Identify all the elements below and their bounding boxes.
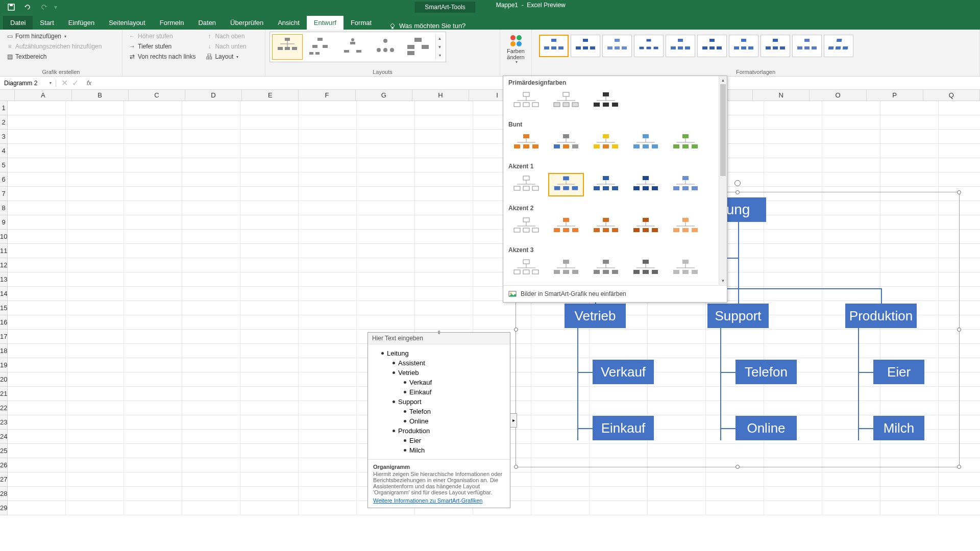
color-option[interactable]: [548, 257, 584, 280]
smartart-info-link[interactable]: Weitere Informationen zu SmartArt-Grafik…: [373, 497, 482, 504]
color-option[interactable]: [508, 257, 544, 280]
layout-button[interactable]: 品Layout▾: [204, 52, 248, 61]
org-node-support[interactable]: Support: [707, 304, 769, 328]
aufzaehlung-button[interactable]: ≡Aufzählungszeichen hinzufügen: [4, 42, 104, 51]
row-header[interactable]: 14: [0, 287, 8, 301]
rtl-button[interactable]: ⇄Von rechts nach links: [127, 52, 198, 61]
row-header[interactable]: 22: [0, 401, 8, 415]
row-header[interactable]: 4: [0, 144, 8, 158]
style-option[interactable]: [761, 35, 790, 57]
tab-einfuegen[interactable]: Einfügen: [61, 16, 102, 30]
column-header[interactable]: B: [72, 90, 129, 101]
tab-format[interactable]: Format: [344, 16, 379, 30]
recolor-pictures-button[interactable]: Bilder in SmartArt-Grafik neu einfärben: [503, 285, 727, 302]
resize-handle[interactable]: [514, 328, 518, 332]
resize-handle-icon[interactable]: ⇕: [437, 330, 441, 335]
color-option[interactable]: [628, 131, 664, 155]
tab-daten[interactable]: Daten: [191, 16, 223, 30]
farben-aendern-button[interactable]: Farben ändern ▾: [504, 32, 527, 67]
row-header[interactable]: 27: [0, 472, 8, 487]
column-header[interactable]: G: [356, 90, 412, 101]
column-header[interactable]: F: [299, 90, 355, 101]
row-header[interactable]: 9: [0, 215, 8, 230]
column-header[interactable]: H: [412, 90, 469, 101]
style-option[interactable]: [792, 35, 822, 57]
org-node-verkauf[interactable]: Verkauf: [593, 360, 654, 384]
row-header[interactable]: 29: [0, 501, 8, 515]
text-pane-item[interactable]: Milch: [374, 445, 504, 455]
text-pane-item[interactable]: Verkauf: [374, 378, 504, 387]
color-option[interactable]: [668, 173, 703, 196]
style-option[interactable]: [634, 35, 664, 57]
style-option[interactable]: [539, 35, 569, 57]
select-all-corner[interactable]: [0, 90, 15, 101]
text-pane-item[interactable]: Eier: [374, 436, 504, 445]
org-node-eier[interactable]: Eier: [873, 360, 924, 384]
row-header[interactable]: 23: [0, 415, 8, 430]
color-option[interactable]: [588, 215, 624, 238]
tab-datei[interactable]: Datei: [3, 16, 33, 30]
resize-handle[interactable]: [957, 190, 961, 194]
save-icon[interactable]: [5, 1, 17, 13]
row-header[interactable]: 2: [0, 115, 8, 130]
text-pane-item[interactable]: Vetrieb: [374, 368, 504, 378]
row-header[interactable]: 3: [0, 130, 8, 144]
row-header[interactable]: 19: [0, 358, 8, 372]
column-header[interactable]: N: [753, 90, 810, 101]
text-pane-item[interactable]: Online: [374, 416, 504, 426]
tab-ansicht[interactable]: Ansicht: [271, 16, 307, 30]
resize-handle[interactable]: [514, 465, 518, 469]
row-header[interactable]: 20: [0, 372, 8, 387]
style-option[interactable]: [729, 35, 758, 57]
color-option[interactable]: [508, 215, 544, 238]
color-option[interactable]: [668, 131, 703, 155]
color-option[interactable]: [508, 89, 544, 113]
text-pane-item[interactable]: Produktion: [374, 426, 504, 436]
layout-option[interactable]: [272, 34, 303, 60]
text-pane-item[interactable]: Telefon: [374, 407, 504, 416]
text-pane-item[interactable]: Support: [374, 397, 504, 407]
tab-start[interactable]: Start: [33, 16, 61, 30]
org-node-milch[interactable]: Milch: [873, 416, 924, 440]
layout-option[interactable]: [337, 34, 368, 60]
color-option[interactable]: [628, 215, 664, 238]
layouts-scroll[interactable]: ▲▼▾: [435, 34, 444, 60]
org-node-vertrieb[interactable]: Vetrieb: [565, 304, 626, 328]
color-option[interactable]: [668, 215, 703, 238]
text-pane-item[interactable]: Leitung: [374, 348, 504, 358]
row-header[interactable]: 28: [0, 487, 8, 501]
row-header[interactable]: 12: [0, 258, 8, 272]
resize-handle[interactable]: [736, 465, 740, 469]
color-dropdown-scrollbar[interactable]: ▲ ▼: [719, 76, 727, 285]
row-header[interactable]: 10: [0, 230, 8, 244]
resize-handle[interactable]: [957, 328, 961, 332]
style-option[interactable]: [824, 35, 853, 57]
row-header[interactable]: 8: [0, 201, 8, 215]
row-header[interactable]: 6: [0, 172, 8, 187]
style-option[interactable]: [571, 35, 600, 57]
row-header[interactable]: 11: [0, 244, 8, 258]
row-header[interactable]: 1: [0, 101, 8, 115]
nach-unten-button[interactable]: ↓Nach unten: [204, 42, 248, 51]
hoeher-button[interactable]: ←Höher stufen: [127, 32, 198, 41]
color-option[interactable]: [508, 131, 544, 155]
color-option[interactable]: [588, 131, 624, 155]
fx-icon[interactable]: fx: [84, 80, 94, 87]
row-header[interactable]: 5: [0, 158, 8, 172]
color-option[interactable]: [588, 257, 624, 280]
name-box[interactable]: Diagramm 2▾: [0, 80, 56, 87]
column-header[interactable]: C: [129, 90, 185, 101]
tab-seitenlayout[interactable]: Seitenlayout: [102, 16, 153, 30]
textbereich-button[interactable]: ▤Textbereich: [4, 52, 104, 61]
nach-oben-button[interactable]: ↑Nach oben: [204, 32, 248, 41]
row-header[interactable]: 16: [0, 315, 8, 330]
color-option[interactable]: [628, 257, 664, 280]
column-header[interactable]: Q: [923, 90, 980, 101]
row-header[interactable]: 7: [0, 187, 8, 201]
form-hinzufuegen-button[interactable]: ▭Form hinzufügen▾: [4, 32, 104, 41]
rotate-handle[interactable]: [734, 180, 741, 186]
color-option[interactable]: [548, 173, 584, 196]
text-pane-item[interactable]: Einkauf: [374, 387, 504, 397]
accept-formula-icon[interactable]: ✓: [72, 78, 79, 88]
layout-option[interactable]: [403, 34, 433, 60]
